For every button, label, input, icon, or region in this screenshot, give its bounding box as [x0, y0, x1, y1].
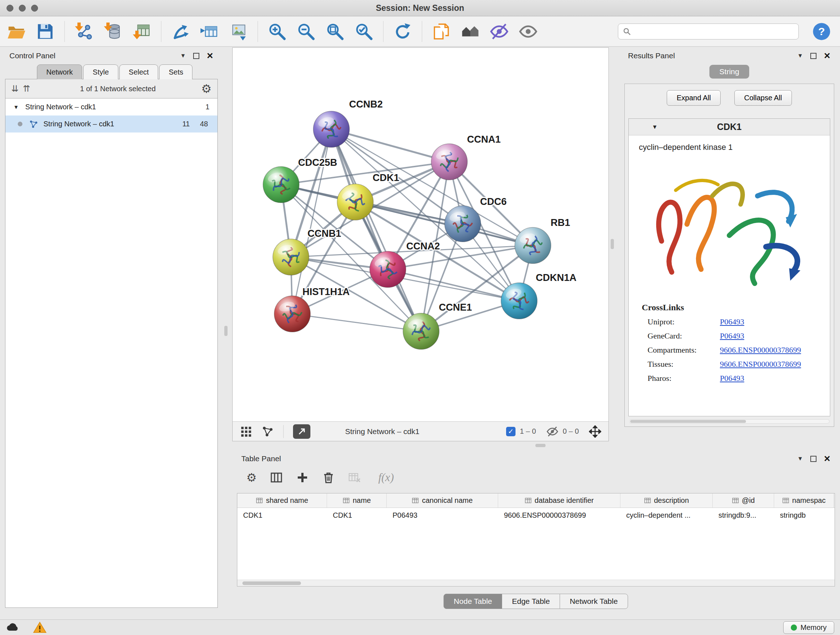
panel-menu-caret-icon[interactable]: ▼ [797, 455, 803, 462]
column-header-description[interactable]: description [621, 494, 713, 508]
close-window-button[interactable] [6, 5, 13, 11]
collection-caret-icon[interactable]: ▼ [13, 104, 19, 110]
birdseye-grid-icon[interactable] [240, 425, 252, 438]
search-input[interactable] [635, 27, 794, 36]
network-view-panel[interactable]: CCNB2CCNA1CDC25BCDK1CDC6RB1CCNB1CCNA2CDK… [232, 48, 609, 441]
network-node-ccna2[interactable] [370, 251, 406, 287]
table-row[interactable]: CDK1CDK1P064939606.ENSP00000378699cyclin… [237, 508, 835, 523]
node-table[interactable]: shared namenamecanonical namedatabase id… [237, 493, 835, 586]
crosslink-value-link[interactable]: P06493 [720, 374, 744, 383]
cloud-icon[interactable] [6, 622, 20, 633]
network-share-icon[interactable] [262, 425, 274, 438]
zoom-out-button[interactable] [296, 22, 316, 41]
network-options-gear-icon[interactable]: ⚙ [201, 83, 212, 95]
table-cell[interactable]: cyclin–dependent ... [621, 511, 713, 519]
expand-all-networks-icon[interactable]: ⇈ [23, 84, 30, 93]
hidden-eye-slash-icon[interactable] [546, 425, 559, 438]
table-cell[interactable]: CDK1 [237, 511, 327, 519]
network-node-cdkn1a[interactable] [501, 283, 537, 319]
document-button[interactable] [431, 22, 451, 41]
table-tab-network-table[interactable]: Network Table [560, 594, 628, 609]
export-image-button[interactable] [229, 22, 248, 41]
import-network-database-button[interactable] [103, 22, 123, 41]
add-column-plus-icon[interactable] [296, 471, 309, 484]
hide-selected-eye-slash-button[interactable] [489, 22, 509, 41]
table-tab-edge-table[interactable]: Edge Table [502, 594, 560, 609]
zoom-in-button[interactable] [267, 22, 287, 41]
column-header-shared-name[interactable]: shared name [237, 494, 327, 508]
network-edge[interactable] [292, 314, 421, 331]
import-network-file-button[interactable] [74, 22, 94, 41]
minimize-window-button[interactable] [19, 5, 26, 11]
network-node-ccnb2[interactable] [313, 111, 349, 147]
network-node-cdc25b[interactable] [263, 166, 299, 203]
show-columns-icon[interactable] [270, 471, 283, 484]
left-splitter-handle[interactable] [224, 326, 227, 336]
panel-close-icon[interactable]: ✕ [824, 455, 831, 463]
network-node-ccna1[interactable] [431, 144, 467, 180]
network-canvas[interactable]: CCNB2CCNA1CDC25BCDK1CDC6RB1CCNB1CCNA2CDK… [233, 48, 608, 421]
network-edge[interactable] [332, 129, 421, 331]
network-node-cdc6[interactable] [445, 206, 481, 242]
panel-float-icon[interactable] [810, 53, 816, 59]
scrollbar-thumb[interactable] [242, 581, 301, 585]
network-row-selected[interactable]: String Network – cdk1 11 48 [5, 116, 218, 133]
panel-float-icon[interactable] [193, 53, 199, 59]
help-button[interactable]: ? [812, 22, 831, 41]
table-options-gear-icon[interactable]: ⚙ [246, 472, 257, 483]
panel-close-icon[interactable]: ✕ [207, 52, 213, 60]
tab-style[interactable]: Style [83, 65, 118, 79]
search-field[interactable] [618, 24, 799, 40]
network-node-hist1h1a[interactable] [274, 296, 310, 332]
panel-menu-caret-icon[interactable]: ▼ [797, 52, 803, 59]
selected-checkbox-icon[interactable]: ✓ [506, 427, 515, 436]
panel-close-icon[interactable]: ✕ [824, 52, 831, 60]
table-cell[interactable]: stringdb [774, 511, 834, 519]
pan-crosshair-icon[interactable] [589, 425, 601, 438]
tab-select[interactable]: Select [119, 65, 158, 79]
results-horizontal-scrollbar[interactable] [629, 419, 829, 424]
open-session-button[interactable] [6, 22, 26, 41]
refresh-view-button[interactable] [393, 22, 412, 41]
crosslink-value-link[interactable]: P06493 [720, 317, 744, 326]
table-cell[interactable]: 9606.ENSP00000378699 [498, 511, 621, 519]
tab-network[interactable]: Network [37, 65, 82, 79]
right-splitter-handle[interactable] [611, 239, 614, 249]
scrollbar-thumb[interactable] [630, 420, 746, 423]
table-cell[interactable]: P06493 [387, 511, 498, 519]
panel-menu-caret-icon[interactable]: ▼ [180, 52, 186, 59]
collapse-all-networks-icon[interactable]: ⇊ [11, 84, 19, 93]
open-in-new-window-button[interactable] [293, 424, 310, 439]
column-header-namespac[interactable]: namespac [774, 494, 834, 508]
tab-sets[interactable]: Sets [159, 65, 193, 79]
collapse-all-button[interactable]: Collapse All [734, 90, 792, 106]
column-header-canonical-name[interactable]: canonical name [387, 494, 498, 508]
column-header-name[interactable]: name [327, 494, 387, 508]
crosslink-value-link[interactable]: 9606.ENSP00000378699 [720, 359, 801, 369]
bottom-splitter-handle[interactable] [535, 444, 546, 447]
import-table-button[interactable] [132, 22, 152, 41]
column-header--id[interactable]: @id [713, 494, 774, 508]
cdk1-section-header[interactable]: ▼ CDK1 [629, 119, 830, 135]
maximize-window-button[interactable] [31, 5, 38, 11]
table-cell[interactable]: CDK1 [327, 511, 387, 519]
column-header-database-identifier[interactable]: database identifier [498, 494, 621, 508]
network-collection-row[interactable]: ▼ String Network – cdk1 1 [5, 98, 218, 116]
network-edge[interactable] [355, 202, 533, 245]
expand-all-button[interactable]: Expand All [667, 90, 721, 106]
zoom-selected-button[interactable] [354, 22, 374, 41]
crosslink-value-link[interactable]: 9606.ENSP00000378699 [720, 345, 801, 355]
network-node-cdk1[interactable] [337, 184, 373, 220]
table-tab-node-table[interactable]: Node Table [444, 594, 502, 609]
show-all-eye-button[interactable] [518, 22, 538, 41]
network-node-ccne1[interactable] [403, 313, 439, 349]
warning-icon[interactable] [33, 622, 47, 633]
panel-float-icon[interactable] [810, 456, 816, 462]
memory-button[interactable]: Memory [783, 621, 834, 634]
string-results-tab[interactable]: String [709, 65, 750, 79]
delete-column-trash-icon[interactable] [322, 471, 335, 484]
table-horizontal-scrollbar[interactable] [237, 580, 835, 586]
crosslink-value-link[interactable]: P06493 [720, 331, 744, 340]
function-builder-fx-icon[interactable]: f(x) [378, 471, 394, 484]
home-houses-button[interactable] [461, 22, 480, 41]
